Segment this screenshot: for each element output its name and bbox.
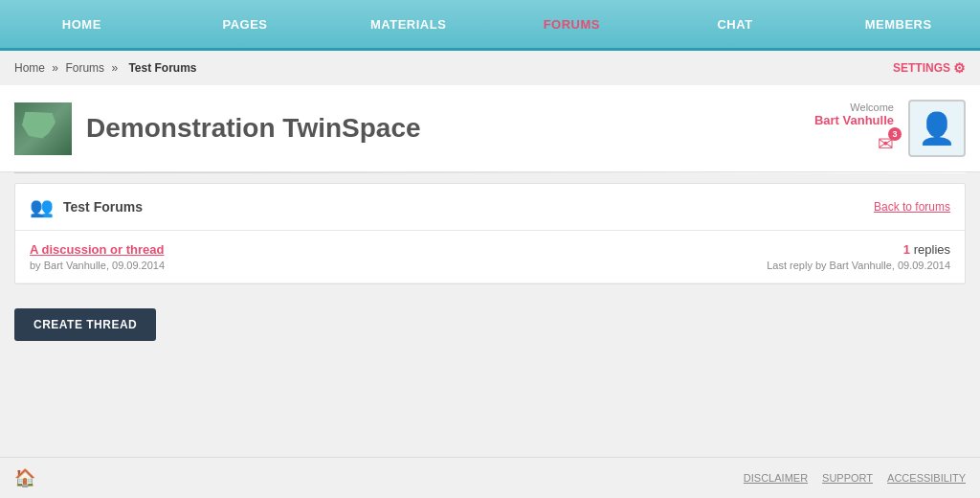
breadcrumb: Home » Forums » Test Forums: [14, 61, 201, 75]
user-avatar-icon: 👤: [918, 110, 956, 147]
welcome-section: Welcome Bart Vanhulle ✉ 3: [814, 102, 894, 155]
back-to-forums-link[interactable]: Back to forums: [874, 200, 950, 214]
support-link[interactable]: SUPPORT: [822, 472, 873, 484]
header-left: Demonstration TwinSpace: [14, 102, 421, 155]
breadcrumb-sep-2: »: [111, 61, 121, 75]
accessibility-link[interactable]: ACCESSIBILITY: [887, 472, 966, 484]
thread-info: A discussion or thread by Bart Vanhulle,…: [30, 242, 165, 271]
site-title: Demonstration TwinSpace: [86, 113, 421, 144]
top-navigation: HOME PAGES MATERIALS FORUMS CHAT MEMBERS: [0, 0, 980, 51]
forum-header-left: 👥 Test Forums: [30, 195, 143, 218]
replies-number: 1: [903, 242, 910, 257]
breadcrumb-current: Test Forums: [128, 61, 196, 75]
welcome-text: Welcome: [814, 102, 894, 113]
nav-item-members[interactable]: MEMBERS: [816, 0, 980, 49]
thread-link[interactable]: A discussion or thread: [30, 242, 165, 257]
replies-count: 1 replies: [767, 242, 950, 257]
settings-link[interactable]: SETTINGS⚙: [893, 60, 966, 76]
forum-section: 👥 Test Forums Back to forums A discussio…: [14, 183, 966, 284]
footer-links: DISCLAIMER SUPPORT ACCESSIBILITY: [744, 472, 966, 484]
footer: 🏠 DISCLAIMER SUPPORT ACCESSIBILITY: [0, 457, 980, 498]
header-right: Welcome Bart Vanhulle ✉ 3 👤: [814, 100, 966, 157]
user-name: Bart Vanhulle: [814, 113, 894, 127]
create-thread-button[interactable]: CREATE THREAD: [14, 308, 156, 341]
gear-icon: ⚙: [953, 60, 966, 76]
thread-replies: 1 replies Last reply by Bart Vanhulle, 0…: [767, 242, 950, 271]
avatar: 👤: [908, 100, 966, 157]
nav-item-forums[interactable]: FORUMS: [490, 0, 654, 49]
forum-title: Test Forums: [63, 199, 143, 215]
replies-label-text: replies: [914, 242, 950, 257]
nav-item-home[interactable]: HOME: [0, 0, 164, 49]
settings-label: SETTINGS: [893, 61, 950, 75]
home-icon[interactable]: 🏠: [14, 467, 35, 488]
header-divider: [14, 172, 966, 173]
breadcrumb-bar: Home » Forums » Test Forums SETTINGS⚙: [0, 51, 980, 85]
forum-header: 👥 Test Forums Back to forums: [15, 184, 965, 231]
nav-item-chat[interactable]: CHAT: [654, 0, 817, 49]
breadcrumb-sep-1: »: [52, 61, 61, 75]
mail-wrapper: ✉ 3: [814, 132, 894, 155]
site-logo: [14, 102, 72, 155]
mail-badge: 3: [888, 127, 902, 141]
last-reply: Last reply by Bart Vanhulle, 09.09.2014: [767, 260, 950, 271]
nav-item-materials[interactable]: MATERIALS: [326, 0, 490, 49]
table-row: A discussion or thread by Bart Vanhulle,…: [15, 231, 965, 283]
create-thread-area: CREATE THREAD: [0, 294, 980, 355]
breadcrumb-home[interactable]: Home: [14, 61, 45, 75]
disclaimer-link[interactable]: DISCLAIMER: [744, 472, 808, 484]
logo-map-icon: [14, 102, 72, 155]
thread-meta: by Bart Vanhulle, 09.09.2014: [30, 260, 165, 271]
breadcrumb-forums[interactable]: Forums: [65, 61, 104, 75]
forum-group-icon: 👥: [30, 195, 54, 218]
header-section: Demonstration TwinSpace Welcome Bart Van…: [0, 85, 980, 172]
nav-item-pages[interactable]: PAGES: [164, 0, 327, 49]
